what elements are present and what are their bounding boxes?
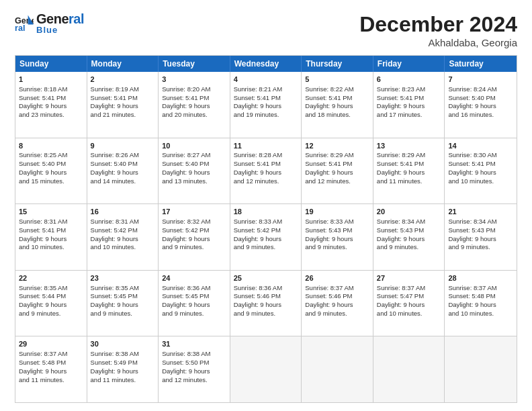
day-info-line: Daylight: 9 hours: [377, 169, 441, 177]
day-number: 23: [91, 273, 155, 283]
calendar-day-13: 13Sunrise: 8:29 AMSunset: 5:41 PMDayligh…: [373, 138, 445, 204]
day-info-line: Sunset: 5:41 PM: [377, 160, 441, 169]
day-number: 9: [91, 141, 155, 151]
day-number: 27: [377, 273, 441, 283]
day-number: 12: [305, 141, 369, 151]
header-day-sunday: Sunday: [15, 56, 87, 72]
logo-icon: Gene ral: [15, 14, 34, 33]
day-info-line: Sunset: 5:50 PM: [162, 359, 226, 367]
day-info-line: Sunset: 5:42 PM: [162, 226, 226, 235]
day-info-line: and 9 minutes.: [305, 310, 369, 318]
day-info-line: Daylight: 9 hours: [377, 235, 441, 244]
day-info-line: Sunrise: 8:21 AM: [234, 85, 298, 94]
day-info-line: Sunset: 5:41 PM: [305, 94, 369, 103]
calendar-day-10: 10Sunrise: 8:27 AMSunset: 5:40 PMDayligh…: [159, 138, 230, 204]
day-info-line: Sunrise: 8:37 AM: [19, 350, 83, 359]
day-info-line: and 11 minutes.: [19, 376, 83, 385]
day-info-line: Sunrise: 8:37 AM: [377, 284, 441, 293]
day-info-line: Sunset: 5:45 PM: [91, 292, 155, 301]
day-info-line: Sunset: 5:46 PM: [234, 292, 298, 301]
day-info-line: and 12 minutes.: [305, 177, 369, 186]
day-info-line: and 15 minutes.: [19, 177, 83, 186]
day-info-line: Sunset: 5:46 PM: [305, 292, 369, 301]
day-info-line: Sunrise: 8:30 AM: [448, 151, 513, 160]
day-info-line: and 9 minutes.: [234, 243, 298, 252]
day-info-line: Sunrise: 8:33 AM: [305, 218, 369, 226]
day-info-line: Daylight: 9 hours: [305, 102, 369, 111]
page: Gene ral General Blue December 2024 Akha…: [0, 0, 532, 411]
day-info-line: Sunset: 5:41 PM: [448, 160, 513, 169]
day-info-line: Sunset: 5:41 PM: [234, 160, 298, 169]
day-info-line: Sunrise: 8:29 AM: [305, 151, 369, 160]
day-info-line: and 12 minutes.: [234, 177, 298, 186]
day-number: 5: [305, 75, 369, 85]
day-info-line: Sunrise: 8:19 AM: [91, 85, 155, 94]
header-day-thursday: Thursday: [302, 56, 373, 72]
day-info-line: Daylight: 9 hours: [162, 102, 226, 111]
day-info-line: Daylight: 9 hours: [305, 301, 369, 310]
day-info-line: Sunset: 5:43 PM: [448, 226, 513, 235]
day-number: 31: [162, 339, 226, 349]
day-info-line: and 9 minutes.: [91, 310, 155, 318]
day-info-line: Sunset: 5:45 PM: [162, 292, 226, 301]
day-info-line: Sunrise: 8:32 AM: [162, 218, 226, 226]
day-info-line: and 13 minutes.: [162, 177, 226, 186]
day-info-line: and 14 minutes.: [91, 177, 155, 186]
calendar-day-20: 20Sunrise: 8:34 AMSunset: 5:43 PMDayligh…: [373, 204, 445, 270]
day-number: 7: [448, 75, 513, 85]
calendar-week-5: 29Sunrise: 8:37 AMSunset: 5:48 PMDayligh…: [15, 336, 517, 402]
day-info-line: Daylight: 9 hours: [91, 102, 155, 111]
header: Gene ral General Blue December 2024 Akha…: [15, 12, 517, 48]
day-info-line: Daylight: 9 hours: [448, 301, 513, 310]
day-info-line: Sunset: 5:48 PM: [19, 359, 83, 367]
day-info-line: Daylight: 9 hours: [19, 169, 83, 177]
day-info-line: Sunset: 5:44 PM: [19, 292, 83, 301]
day-info-line: Sunrise: 8:37 AM: [305, 284, 369, 293]
calendar-day-21: 21Sunrise: 8:34 AMSunset: 5:43 PMDayligh…: [445, 204, 517, 270]
day-info-line: Daylight: 9 hours: [19, 235, 83, 244]
location: Akhaldaba, Georgia: [359, 37, 517, 48]
day-number: 18: [234, 207, 298, 217]
day-number: 20: [377, 207, 441, 217]
day-info-line: Sunset: 5:41 PM: [19, 94, 83, 103]
day-number: 6: [377, 75, 441, 85]
day-info-line: Sunrise: 8:35 AM: [91, 284, 155, 293]
day-info-line: and 9 minutes.: [377, 243, 441, 252]
day-info-line: and 16 minutes.: [448, 111, 513, 120]
calendar-day-4: 4Sunrise: 8:21 AMSunset: 5:41 PMDaylight…: [230, 72, 302, 138]
day-info-line: and 23 minutes.: [19, 111, 83, 120]
title-section: December 2024 Akhaldaba, Georgia: [359, 12, 517, 48]
day-info-line: Daylight: 9 hours: [162, 235, 226, 244]
day-info-line: Daylight: 9 hours: [234, 169, 298, 177]
day-info-line: Daylight: 9 hours: [19, 367, 83, 376]
calendar-day-9: 9Sunrise: 8:26 AMSunset: 5:40 PMDaylight…: [87, 138, 159, 204]
calendar-week-3: 15Sunrise: 8:31 AMSunset: 5:41 PMDayligh…: [15, 203, 517, 270]
day-number: 11: [234, 141, 298, 151]
day-info-line: and 10 minutes.: [448, 177, 513, 186]
day-info-line: Daylight: 9 hours: [377, 102, 441, 111]
header-day-saturday: Saturday: [445, 56, 517, 72]
day-info-line: Sunrise: 8:35 AM: [19, 284, 83, 293]
day-info-line: Sunrise: 8:38 AM: [91, 350, 155, 359]
calendar-empty-cell: [373, 336, 445, 402]
day-info-line: and 9 minutes.: [162, 243, 226, 252]
day-info-line: Daylight: 9 hours: [234, 235, 298, 244]
day-info-line: Sunrise: 8:33 AM: [234, 218, 298, 226]
day-info-line: Sunrise: 8:23 AM: [377, 85, 441, 94]
day-info-line: Sunrise: 8:36 AM: [162, 284, 226, 293]
day-info-line: Daylight: 9 hours: [162, 169, 226, 177]
day-info-line: and 11 minutes.: [91, 376, 155, 385]
calendar-day-23: 23Sunrise: 8:35 AMSunset: 5:45 PMDayligh…: [87, 271, 159, 336]
day-info-line: and 10 minutes.: [448, 310, 513, 318]
day-info-line: Daylight: 9 hours: [448, 169, 513, 177]
calendar-day-12: 12Sunrise: 8:29 AMSunset: 5:41 PMDayligh…: [302, 138, 373, 204]
day-number: 1: [19, 75, 83, 85]
day-info-line: Sunset: 5:49 PM: [91, 359, 155, 367]
calendar-day-7: 7Sunrise: 8:24 AMSunset: 5:40 PMDaylight…: [445, 72, 517, 138]
calendar-day-11: 11Sunrise: 8:28 AMSunset: 5:41 PMDayligh…: [230, 138, 302, 204]
day-info-line: and 10 minutes.: [91, 243, 155, 252]
header-day-wednesday: Wednesday: [230, 56, 302, 72]
day-info-line: Sunset: 5:40 PM: [91, 160, 155, 169]
day-number: 3: [162, 75, 226, 85]
day-info-line: and 9 minutes.: [305, 243, 369, 252]
